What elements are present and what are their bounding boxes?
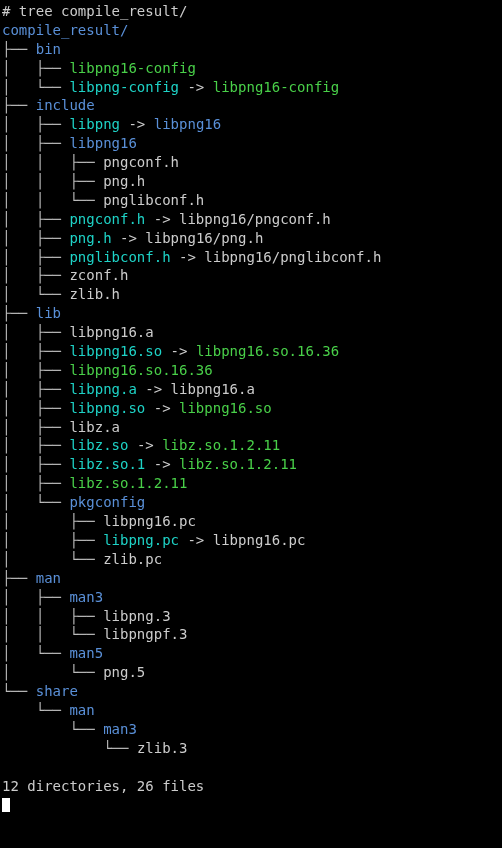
symlink-libpng16-so: libpng16.so — [69, 343, 162, 359]
symlink-target: libpng16/pnglibconf.h — [204, 249, 381, 265]
file-zlib-pc: zlib.pc — [103, 551, 162, 567]
symlink-libpng-a: libpng.a — [69, 381, 136, 397]
file-libz-so-1-2-11: libz.so.1.2.11 — [69, 475, 187, 491]
file-zlib-3: zlib.3 — [137, 740, 188, 756]
command-line: # tree compile_result/ — [2, 3, 187, 19]
file-libpng-3: libpng.3 — [103, 608, 170, 624]
symlink-target: libpng16.pc — [213, 532, 306, 548]
dir-bin: bin — [36, 41, 61, 57]
file-pngconf-h: pngconf.h — [103, 154, 179, 170]
dir-man5: man5 — [69, 645, 103, 661]
tree-root: compile_result/ — [2, 22, 128, 38]
terminal-cursor[interactable] — [2, 798, 10, 812]
file-libpngpf-3: libpngpf.3 — [103, 626, 187, 642]
terminal-output: # tree compile_result/ compile_result/ ├… — [0, 0, 502, 814]
file-zconf-h: zconf.h — [69, 267, 128, 283]
dir-pkgconfig: pkgconfig — [69, 494, 145, 510]
dir-share: share — [36, 683, 78, 699]
symlink-target: libpng16.a — [171, 381, 255, 397]
tree-summary: 12 directories, 26 files — [2, 778, 204, 794]
dir-libpng16: libpng16 — [69, 135, 136, 151]
file-zlib-h: zlib.h — [69, 286, 120, 302]
symlink-target: libpng16/png.h — [145, 230, 263, 246]
symlink-libpng: libpng — [69, 116, 120, 132]
file-pnglibconf-h: pnglibconf.h — [103, 192, 204, 208]
symlink-libpng-so: libpng.so — [69, 400, 145, 416]
file-libpng16-so-16-36: libpng16.so.16.36 — [69, 362, 212, 378]
symlink-pngconf-h: pngconf.h — [69, 211, 145, 227]
file-png-h: png.h — [103, 173, 145, 189]
file-libpng16-config: libpng16-config — [69, 60, 195, 76]
symlink-libz-so: libz.so — [69, 437, 128, 453]
symlink-target: libz.so.1.2.11 — [179, 456, 297, 472]
tree-line: ├── — [2, 41, 36, 57]
symlink-png-h: png.h — [69, 230, 111, 246]
symlink-pnglibconf-h: pnglibconf.h — [69, 249, 170, 265]
symlink-target: libpng16.so.16.36 — [196, 343, 339, 359]
dir-man: man — [36, 570, 61, 586]
symlink-target: libpng16/pngconf.h — [179, 211, 331, 227]
file-libz-a: libz.a — [69, 419, 120, 435]
dir-share-man: man — [69, 702, 94, 718]
symlink-libpng-config: libpng-config — [69, 79, 179, 95]
file-libpng16-pc: libpng16.pc — [103, 513, 196, 529]
symlink-target: libpng16-config — [213, 79, 339, 95]
symlink-libz-so-1: libz.so.1 — [69, 456, 145, 472]
dir-lib: lib — [36, 305, 61, 321]
symlink-libpng-pc: libpng.pc — [103, 532, 179, 548]
file-libpng16-a: libpng16.a — [69, 324, 153, 340]
dir-include: include — [36, 97, 95, 113]
file-png-5: png.5 — [103, 664, 145, 680]
dir-man3: man3 — [69, 589, 103, 605]
symlink-target: libpng16 — [154, 116, 221, 132]
dir-share-man3: man3 — [103, 721, 137, 737]
symlink-target: libz.so.1.2.11 — [162, 437, 280, 453]
symlink-target: libpng16.so — [179, 400, 272, 416]
